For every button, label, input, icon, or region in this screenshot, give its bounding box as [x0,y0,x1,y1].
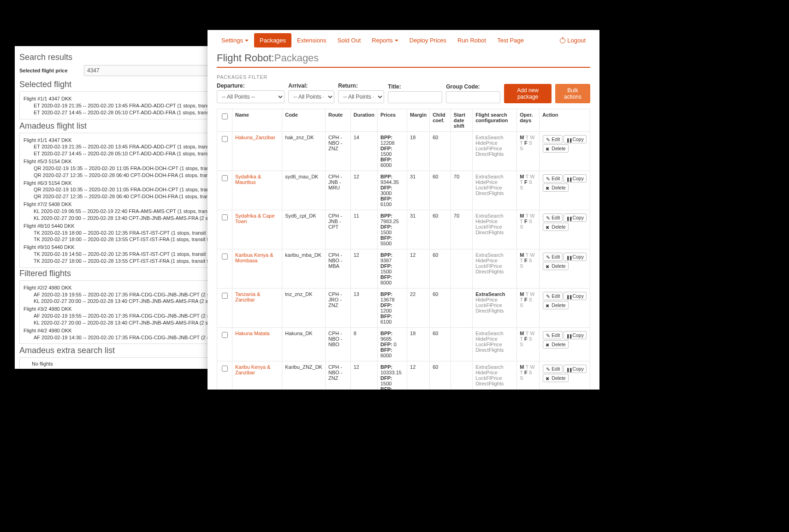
flight-segment: TK 2020-02-19 14:50 -- 2020-02-20 12:35 … [24,251,204,258]
delete-button[interactable]: Delete [543,340,568,349]
copy-button[interactable]: Copy [564,331,587,339]
amadeus-list-title: Amadeus flight list [19,121,208,131]
day-letter: T [525,213,530,219]
header-duration[interactable]: Duration [350,109,377,132]
cell-prices: BPP: 12208DFP: 1500BFP: 6000 [377,132,407,171]
edit-button[interactable]: Edit [543,365,563,373]
nav-deploy[interactable]: Deploy Prices [404,33,452,47]
edit-button[interactable]: Edit [543,331,563,339]
pencil-icon [545,332,551,338]
delete-button[interactable]: Delete [543,301,568,309]
row-checkbox[interactable] [222,175,228,181]
delete-button[interactable]: Delete [543,144,568,153]
conf-option: DirectFlights [475,347,514,353]
copy-icon [566,294,571,298]
header-days[interactable]: Oper. days [517,109,540,132]
day-letter: W [530,252,534,258]
copy-button[interactable]: Copy [564,253,587,261]
conf-option: HidePrice [475,370,514,375]
cell-route: CPH - NBO - NBO [325,328,350,361]
flight-head: Flight #8/10 5440 DKK [24,223,204,230]
nav-runrobot[interactable]: Run Robot [452,33,492,47]
package-name-link[interactable]: Karibua Kenya & Mombasa [235,252,273,263]
nav-packages[interactable]: Packages [254,33,291,47]
edit-button[interactable]: Edit [543,174,563,183]
row-checkbox[interactable] [222,214,228,220]
row-checkbox[interactable] [222,293,228,299]
package-name-link[interactable]: Hakuna_Zanzibar [235,135,275,140]
header-prices[interactable]: Prices [377,109,407,132]
conf-option: HidePrice [475,336,514,342]
package-name-link[interactable]: Sydafrika & Cape Town [235,213,275,224]
cell-conf: ExtraSearchHidePriceLockFlPriceDirectFli… [473,171,517,210]
edit-button[interactable]: Edit [543,213,563,222]
header-shift[interactable]: Start date shift [451,109,472,132]
filtered-flights-box[interactable]: Flight #2/2 4980 DKKAF 2020-02-19 19:55 … [19,280,208,344]
flight-segment: ET 2020-02-27 14:45 -- 2020-02-28 05:10 … [24,150,204,157]
conf-option: DirectFlights [475,308,514,313]
header-conf[interactable]: Flight search configuration [473,109,517,132]
edit-button[interactable]: Edit [543,253,563,261]
flight-segment: KL 2020-02-27 20:00 -- 2020-02-28 13:40 … [24,298,204,305]
delete-button[interactable]: Delete [543,183,568,192]
copy-button[interactable]: Copy [564,174,587,183]
filter-arrival-select[interactable]: -- All Points -- [288,90,334,103]
row-checkbox[interactable] [222,136,228,142]
header-child[interactable]: Child coef. [430,109,451,132]
day-letter: T [525,291,530,297]
filter-return-select[interactable]: -- All Points -- [338,90,384,103]
conf-option: LockFlPrice [475,342,514,347]
day-letter: S [520,224,523,230]
copy-button[interactable]: Copy [564,365,587,373]
copy-button[interactable]: Copy [564,213,587,222]
nav-reports[interactable]: Reports [366,33,404,47]
package-name-link[interactable]: Karibu Kenya & Zanzibar [235,364,270,375]
copy-button[interactable]: Copy [564,135,587,143]
copy-icon [566,215,571,220]
package-name-link[interactable]: Sydafrika & Mauritius [235,174,261,185]
packages-filter-label: PACKAGES FILTER [208,74,599,80]
filter-departure-select[interactable]: -- All Points -- [217,90,285,103]
conf-option: DirectFlights [475,381,514,386]
add-package-button[interactable]: Add new package [504,84,552,103]
day-letter: F [524,219,529,224]
conf-option: ExtraSearch [475,364,514,370]
nav-extensions[interactable]: Extensions [291,33,332,47]
delete-button[interactable]: Delete [543,262,568,270]
cell-child: 60 [430,210,451,249]
cell-duration: 13 [350,289,377,328]
bulk-actions-button[interactable]: Bulk actions [555,84,590,103]
select-all-checkbox[interactable] [222,113,228,119]
cell-shift [451,328,472,361]
delete-button[interactable]: Delete [543,374,568,382]
nav-logout[interactable]: Logout [554,33,591,47]
amadeus-list-box[interactable]: Flight #1/1 4347 DKKET 2020-02-19 21:35 … [19,133,208,268]
header-margin[interactable]: Margin [407,109,430,132]
nav-testpage[interactable]: Test Page [492,33,529,47]
header-code[interactable]: Code [282,109,326,132]
header-name[interactable]: Name [232,109,282,132]
filter-title-input[interactable] [388,91,442,103]
filter-title-label: Title: [388,83,442,90]
selected-price-input[interactable] [84,65,208,76]
cell-conf: ExtraSearchHidePriceLockFlPriceDirectFli… [473,210,517,249]
nav-settings[interactable]: Settings [216,33,254,47]
package-name-link[interactable]: Tanzania & Zanzibar [235,291,260,302]
package-name-link[interactable]: Hakuna Matata [235,331,270,336]
edit-button[interactable]: Edit [543,135,563,143]
delete-button[interactable]: Delete [543,223,568,231]
day-letter: S [529,179,532,185]
flight-head: Flight #5/3 5154 DKK [24,158,204,165]
copy-button[interactable]: Copy [564,292,587,300]
pencil-icon [545,366,551,372]
row-checkbox[interactable] [222,366,228,372]
table-row: Sydafrika & Mauritiussyd6_mau_DKCPH - JN… [217,171,590,210]
nav-soldout[interactable]: Sold Out [332,33,367,47]
row-checkbox[interactable] [222,332,228,338]
filter-group-input[interactable] [446,91,500,103]
edit-button[interactable]: Edit [543,292,563,300]
filter-group-label: Group Code: [446,83,500,90]
header-route[interactable]: Route [325,109,350,132]
row-checkbox[interactable] [222,254,228,260]
cell-margin: 12 [407,361,430,390]
